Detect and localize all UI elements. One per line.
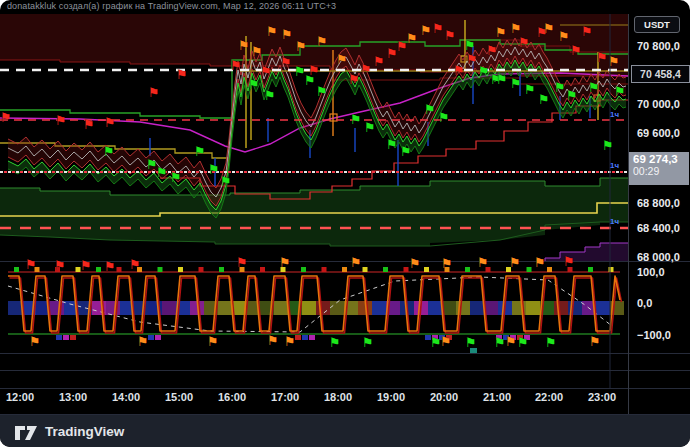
bottom-tick	[510, 335, 516, 340]
signal-flag-icon: ⚑	[266, 25, 278, 38]
dashed-price-level-label: 70 458,4	[631, 65, 690, 83]
signal-flag-icon: ⚑	[251, 45, 263, 58]
bottom-tick	[56, 335, 62, 340]
signal-flag-icon: ⚑	[477, 256, 489, 269]
signal-flag-icon: ⚑	[524, 83, 536, 96]
oscillator-wave	[8, 276, 620, 331]
dashed-price-value: 70 458,4	[640, 68, 681, 80]
bottom-tick	[503, 335, 509, 340]
heatmap-cell	[498, 301, 512, 315]
heatmap-cell	[190, 301, 204, 315]
heatmap-cell	[428, 301, 442, 315]
bottom-tick	[439, 335, 445, 340]
bottom-tick	[148, 335, 154, 340]
price-axis-label: 70 000,0	[637, 98, 687, 110]
signal-dot	[199, 267, 204, 272]
heatmap-cell	[218, 301, 232, 315]
signal-flag-icon: ⚑	[176, 68, 188, 81]
last-price-value: 69 274,3	[629, 152, 689, 165]
signal-flag-icon: ⚑	[25, 258, 37, 271]
last-price-label: 69 274,3 00:29	[629, 152, 689, 185]
time-axis-label: 22:00	[529, 391, 569, 403]
signal-flag-icon: ⚑	[440, 335, 452, 348]
signal-dot	[404, 267, 409, 272]
bottom-tick	[496, 335, 502, 340]
signal-flag-icon: ⚑	[279, 256, 291, 269]
signal-flag-icon: ⚑	[464, 39, 476, 52]
signal-flag-icon: ⚑	[570, 44, 582, 57]
signal-flag-icon: ⚑	[281, 28, 293, 41]
attribution-text: donatakkluk создал(а) график на TradingV…	[7, 1, 336, 11]
signal-dot	[547, 267, 552, 272]
heatmap-cell	[78, 301, 92, 315]
price-axis-label: 100,0	[637, 266, 687, 278]
heatmap-cell	[302, 301, 316, 315]
time-axis-label: 14:00	[106, 391, 146, 403]
chart-canvas[interactable]: ⚑⚑⚑⚑⚑⚑⚑⚑⚑⚑⚑⚑⚑⚑⚑⚑⚑⚑⚑⚑⚑⚑⚑⚑⚑⚑⚑⚑⚑⚑⚑⚑⚑⚑⚑⚑⚑⚑⚑⚑…	[0, 0, 690, 447]
signal-flag-icon: ⚑	[236, 256, 248, 269]
signal-flag-icon: ⚑	[543, 22, 555, 35]
tradingview-logo[interactable]: TradingView	[14, 422, 124, 440]
heatmap-cell	[344, 301, 358, 315]
signal-dot	[322, 267, 327, 272]
brand-text: TradingView	[45, 424, 124, 439]
signal-flag-icon: ⚑	[373, 55, 385, 68]
signal-flag-icon: ⚑	[424, 103, 436, 116]
signal-flag-icon: ⚑	[558, 30, 570, 43]
heatmap-cell	[148, 301, 162, 315]
chart-graphics	[0, 0, 690, 447]
price-axis-label: 68 800,0	[637, 197, 687, 209]
heatmap-cell	[568, 301, 582, 315]
time-axis-label: 23:00	[582, 391, 622, 403]
heatmap-cell	[92, 301, 106, 315]
oscillator-pane	[8, 267, 624, 355]
signal-flag-icon: ⚑	[420, 24, 432, 37]
heatmap-cell	[64, 301, 78, 315]
price-axis-label: −100,0	[637, 329, 687, 341]
yellow-baseline	[0, 203, 628, 216]
bottom-tick	[432, 335, 438, 340]
signal-dot	[342, 267, 347, 272]
bottom-tick	[155, 335, 161, 340]
price-line	[8, 47, 626, 197]
signal-flag-icon: ⚑	[536, 26, 548, 39]
currency-unit-button[interactable]: USDT	[634, 16, 680, 33]
signal-flag-icon: ⚑	[386, 47, 398, 60]
signal-flag-icon: ⚑	[83, 118, 95, 131]
signal-flag-icon: ⚑	[316, 85, 328, 98]
signal-flag-icon: ⚑	[406, 32, 418, 45]
price-axis-label: 70 800,0	[637, 40, 687, 52]
signal-flag-icon: ⚑	[260, 65, 272, 78]
heatmap-cell	[456, 301, 470, 315]
signal-flag-icon: ⚑	[490, 73, 502, 86]
bottom-tick	[309, 335, 315, 340]
heatmap-cell	[596, 301, 610, 315]
heatmap-cell	[106, 301, 120, 315]
signal-flag-icon: ⚑	[409, 257, 421, 270]
bottom-tick	[70, 335, 76, 340]
heatmap-cell	[610, 301, 624, 315]
heatmap-cell	[554, 301, 568, 315]
heatmap-cell	[246, 301, 260, 315]
signal-flag-icon: ⚑	[264, 89, 276, 102]
signal-flag-icon: ⚑	[396, 40, 408, 53]
signal-flag-icon: ⚑	[220, 175, 232, 188]
signal-flag-icon: ⚑	[29, 335, 41, 348]
heatmap-cell	[526, 301, 540, 315]
signal-dot	[486, 267, 491, 272]
heatmap-cell	[260, 301, 274, 315]
signal-dot	[137, 267, 142, 272]
heatmap-cell	[414, 301, 428, 315]
signal-flag-icon: ⚑	[538, 93, 550, 106]
signal-flag-icon: ⚑	[545, 336, 557, 349]
heatmap-cell	[386, 301, 400, 315]
heatmap-cell	[470, 301, 484, 315]
signal-flag-icon: ⚑	[602, 139, 614, 152]
bottom-tick	[446, 335, 452, 340]
heatmap-cell	[134, 301, 148, 315]
time-axis-label: 21:00	[477, 391, 517, 403]
signal-flag-icon: ⚑	[230, 59, 242, 72]
bottom-tick	[63, 335, 69, 340]
signal-dot	[465, 267, 470, 272]
time-axis-label: 12:00	[0, 391, 40, 403]
